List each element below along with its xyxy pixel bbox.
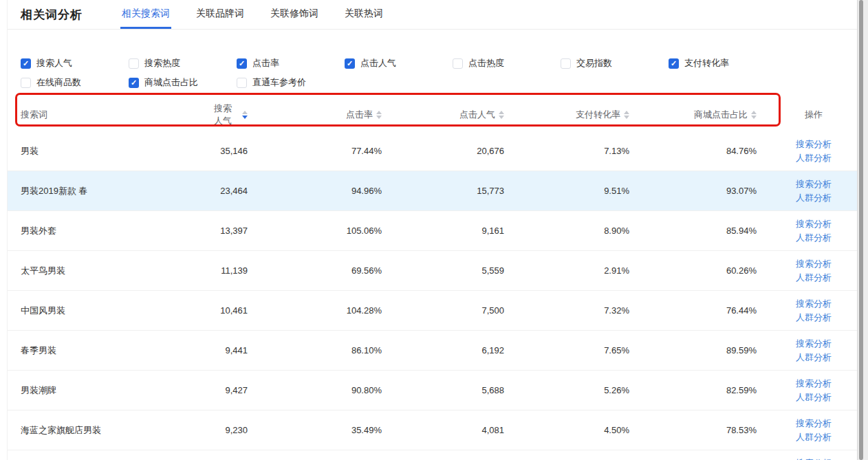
column-header-3[interactable]: 点击人气	[395, 109, 518, 121]
actions-cell: 搜索分析 人群分析	[770, 178, 857, 204]
metric-filter-group: ✓ 搜索人气 ✓ 搜索热度 ✓ 点击率 ✓ 点击人气 ✓ 点击热度 ✓ 交易指数…	[8, 30, 857, 98]
search-analysis-link[interactable]: 搜索分析	[796, 377, 832, 389]
checkbox-icon[interactable]: ✓	[21, 58, 31, 69]
pay-conversion-cell: 7.32%	[518, 305, 643, 316]
checkbox-icon[interactable]: ✓	[453, 58, 463, 69]
metric-checkbox[interactable]: ✓ 搜索人气	[21, 57, 129, 69]
search-analysis-link[interactable]: 搜索分析	[796, 417, 832, 429]
mall-click-ratio-cell: 84.76%	[643, 146, 770, 156]
metric-checkbox[interactable]: ✓ 点击人气	[345, 57, 453, 69]
metric-checkbox-label: 直通车参考价	[252, 76, 306, 89]
keyword-cell: 海蓝之家旗舰店男装	[8, 424, 214, 437]
check-icon: ✓	[671, 60, 677, 67]
sort-icon[interactable]	[376, 111, 382, 119]
column-header-2[interactable]: 点击率	[261, 109, 395, 121]
metric-checkbox-label: 点击人气	[360, 57, 396, 69]
metric-checkbox-label: 交易指数	[576, 57, 612, 69]
metric-checkbox[interactable]: ✓ 支付转化率	[669, 57, 777, 69]
metric-checkbox-label: 支付转化率	[684, 57, 729, 69]
crowd-analysis-link[interactable]: 人群分析	[796, 192, 832, 204]
search-analysis-link[interactable]: 搜索分析	[796, 338, 832, 349]
sort-icon[interactable]	[624, 111, 629, 119]
keyword-cell: 男装外套	[8, 225, 214, 237]
checkbox-icon[interactable]: ✓	[669, 58, 679, 69]
metric-checkbox-label: 商城点击占比	[144, 76, 198, 89]
checkbox-icon[interactable]: ✓	[237, 58, 247, 69]
search-popularity-cell: 9,427	[214, 385, 261, 395]
crowd-analysis-link[interactable]: 人群分析	[796, 152, 832, 164]
column-header-label: 操作	[805, 109, 823, 121]
tab-0[interactable]: 相关搜索词	[120, 0, 171, 29]
metric-checkbox[interactable]: ✓ 点击热度	[453, 57, 561, 69]
sort-up-icon	[376, 111, 382, 114]
click-popularity-cell: 6,192	[395, 345, 518, 355]
checkbox-icon[interactable]: ✓	[345, 58, 355, 69]
mall-click-ratio-cell: 60.26%	[643, 265, 770, 276]
ctr-cell: 94.96%	[261, 186, 395, 196]
column-header-label: 点击人气	[459, 109, 495, 121]
checkbox-icon[interactable]: ✓	[561, 58, 571, 69]
check-icon: ✓	[347, 60, 353, 67]
ctr-cell: 104.28%	[261, 305, 395, 316]
search-analysis-link[interactable]: 搜索分析	[796, 138, 832, 150]
metric-checkbox[interactable]: ✓ 商城点击占比	[129, 76, 237, 89]
pay-conversion-cell: 5.26%	[518, 385, 643, 395]
metric-checkbox[interactable]: ✓ 在线商品数	[21, 76, 129, 89]
vertical-scrollbar[interactable]	[858, 0, 868, 460]
search-analysis-link[interactable]: 搜索分析	[796, 457, 832, 460]
search-analysis-link[interactable]: 搜索分析	[796, 178, 832, 190]
column-header-1[interactable]: 搜索人气	[214, 102, 261, 127]
checkbox-icon[interactable]: ✓	[129, 78, 139, 88]
tab-bar: 相关搜索词关联品牌词关联修饰词关联热词	[120, 0, 408, 29]
actions-cell: 搜索分析 人群分析	[770, 338, 857, 363]
sort-icon[interactable]	[242, 111, 248, 119]
table-row: 春季男装 9,441 86.10% 6,192 7.65% 89.59% 搜索分…	[8, 330, 857, 370]
click-popularity-cell: 4,081	[395, 425, 518, 435]
column-header-6[interactable]: 操作	[770, 109, 857, 121]
actions-cell: 搜索分析 人群分析	[770, 298, 857, 323]
crowd-analysis-link[interactable]: 人群分析	[796, 311, 832, 323]
metric-checkbox[interactable]: ✓ 交易指数	[561, 57, 669, 69]
keyword-cell: 男装	[8, 145, 214, 157]
checkbox-icon[interactable]: ✓	[237, 78, 247, 88]
column-header-5[interactable]: 商城点击占比	[643, 109, 770, 121]
pay-conversion-cell: 2.91%	[518, 265, 643, 276]
tab-3[interactable]: 关联热词	[343, 0, 384, 29]
crowd-analysis-link[interactable]: 人群分析	[796, 431, 832, 443]
actions-cell: 搜索分析 人群分析	[770, 417, 857, 443]
metric-checkbox[interactable]: ✓ 点击率	[237, 57, 345, 69]
sort-icon[interactable]	[499, 111, 504, 119]
search-analysis-link[interactable]: 搜索分析	[796, 218, 832, 230]
crowd-analysis-link[interactable]: 人群分析	[796, 232, 832, 243]
crowd-analysis-link[interactable]: 人群分析	[796, 391, 832, 403]
table-body: 男装 35,146 77.44% 20,676 7.13% 84.76% 搜索分…	[8, 131, 857, 460]
metric-checkbox[interactable]: ✓ 搜索热度	[129, 57, 237, 69]
search-analysis-link[interactable]: 搜索分析	[796, 258, 832, 270]
mall-click-ratio-cell: 78.53%	[643, 425, 770, 435]
keyword-cell: 中国风男装	[8, 305, 214, 317]
metric-checkbox[interactable]: ✓ 直通车参考价	[237, 76, 345, 89]
column-header-4[interactable]: 支付转化率	[518, 109, 643, 121]
column-header-label: 搜索词	[21, 109, 47, 121]
keyword-cell: 男装潮牌	[8, 384, 214, 397]
scrollbar-thumb[interactable]	[859, 0, 863, 460]
checkbox-icon[interactable]: ✓	[21, 78, 31, 88]
pay-conversion-cell: 4.50%	[518, 425, 643, 435]
tab-2[interactable]: 关联修饰词	[269, 0, 320, 29]
column-header-label: 支付转化率	[576, 109, 620, 121]
column-header-0[interactable]: 搜索词	[8, 109, 214, 121]
table-row: 男装潮牌 9,427 90.80% 5,688 5.26% 82.59% 搜索分…	[8, 370, 857, 410]
crowd-analysis-link[interactable]: 人群分析	[796, 272, 832, 283]
search-popularity-cell: 23,464	[214, 186, 261, 196]
mall-click-ratio-cell: 82.59%	[643, 385, 770, 395]
crowd-analysis-link[interactable]: 人群分析	[796, 351, 832, 363]
table-row: 太平鸟男装 11,139 69.56% 5,559 2.91% 60.26% 搜…	[8, 250, 857, 290]
search-analysis-link[interactable]: 搜索分析	[796, 298, 832, 309]
sort-down-icon	[751, 116, 757, 119]
sort-icon[interactable]	[751, 111, 757, 119]
checkbox-icon[interactable]: ✓	[129, 58, 139, 69]
column-header-label: 商城点击占比	[694, 109, 748, 121]
tab-1[interactable]: 关联品牌词	[195, 0, 246, 29]
search-popularity-cell: 35,146	[214, 146, 261, 156]
click-popularity-cell: 9,161	[395, 226, 518, 236]
